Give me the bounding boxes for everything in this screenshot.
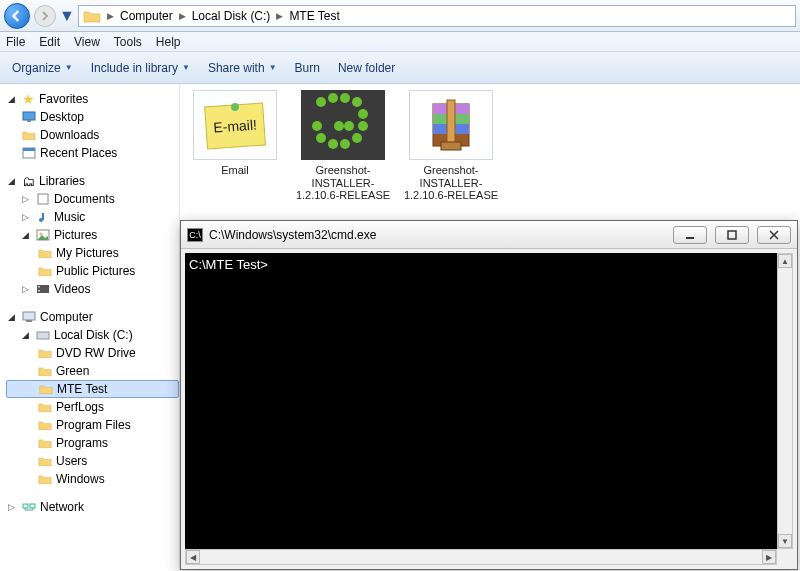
folder-icon	[38, 265, 52, 277]
include-in-library-button[interactable]: Include in library▼	[91, 61, 190, 75]
share-with-button[interactable]: Share with▼	[208, 61, 277, 75]
navigation-pane: ◢★Favorites Desktop Downloads Recent Pla…	[0, 84, 180, 571]
menu-view[interactable]: View	[74, 35, 100, 49]
sidebar-item-pictures[interactable]: ◢Pictures	[6, 226, 179, 244]
favorites-header[interactable]: ◢★Favorites	[6, 90, 179, 108]
svg-rect-39	[686, 237, 694, 239]
folder-icon	[83, 8, 101, 24]
computer-header[interactable]: ◢Computer	[6, 308, 179, 326]
sidebar-item-public-pictures[interactable]: Public Pictures	[6, 262, 179, 280]
sidebar-item-folder[interactable]: Programs	[6, 434, 179, 452]
svg-rect-40	[728, 231, 736, 239]
burn-button[interactable]: Burn	[295, 61, 320, 75]
svg-rect-16	[30, 504, 35, 508]
svg-rect-37	[447, 100, 455, 146]
greenshot-thumb	[301, 90, 385, 160]
new-folder-button[interactable]: New folder	[338, 61, 395, 75]
svg-rect-12	[23, 312, 35, 320]
recent-icon	[22, 147, 36, 159]
sidebar-item-folder-selected[interactable]: MTE Test	[6, 380, 179, 398]
svg-rect-4	[38, 194, 48, 204]
sidebar-item-downloads[interactable]: Downloads	[6, 126, 179, 144]
svg-point-20	[316, 97, 326, 107]
organize-button[interactable]: Organize▼	[12, 61, 73, 75]
menu-edit[interactable]: Edit	[39, 35, 60, 49]
svg-point-31	[344, 121, 354, 131]
libraries-header[interactable]: ◢🗂Libraries	[6, 172, 179, 190]
folder-icon	[38, 455, 52, 467]
network-icon	[22, 501, 36, 513]
maximize-button[interactable]	[715, 226, 749, 244]
pictures-icon	[36, 229, 50, 241]
cmd-prompt: C:\MTE Test>	[189, 257, 268, 272]
sidebar-item-recent[interactable]: Recent Places	[6, 144, 179, 162]
menu-tools[interactable]: Tools	[114, 35, 142, 49]
computer-icon	[22, 311, 36, 323]
file-item[interactable]: Greenshot-INSTALLER-1.2.10.6-RELEASE	[292, 90, 394, 202]
folder-icon	[38, 247, 52, 259]
scroll-right-button[interactable]: ▶	[762, 550, 776, 564]
menu-help[interactable]: Help	[156, 35, 181, 49]
close-button[interactable]	[757, 226, 791, 244]
folder-icon	[38, 365, 52, 377]
sidebar-item-folder[interactable]: Green	[6, 362, 179, 380]
breadcrumb-segment[interactable]: Local Disk (C:)	[188, 9, 275, 23]
svg-rect-1	[27, 120, 31, 122]
nav-bar: ▼ ▶ Computer ▶ Local Disk (C:) ▶ MTE Tes…	[0, 0, 800, 32]
svg-rect-3	[23, 148, 35, 151]
sidebar-item-my-pictures[interactable]: My Pictures	[6, 244, 179, 262]
sidebar-item-folder[interactable]: DVD RW Drive	[6, 344, 179, 362]
folder-icon	[22, 129, 36, 141]
svg-rect-14	[37, 332, 49, 339]
sidebar-item-folder[interactable]: Users	[6, 452, 179, 470]
scroll-down-button[interactable]: ▼	[778, 534, 792, 548]
sidebar-item-folder[interactable]: Windows	[6, 470, 179, 488]
scroll-left-button[interactable]: ◀	[186, 550, 200, 564]
svg-rect-6	[42, 213, 44, 220]
menu-file[interactable]: File	[6, 35, 25, 49]
cmd-window[interactable]: C:\ C:\Windows\system32\cmd.exe C:\MTE T…	[180, 220, 798, 570]
address-bar[interactable]: ▶ Computer ▶ Local Disk (C:) ▶ MTE Test	[78, 5, 796, 27]
breadcrumb-segment[interactable]: Computer	[116, 9, 177, 23]
sidebar-item-folder[interactable]: PerfLogs	[6, 398, 179, 416]
horizontal-scrollbar[interactable]: ◀ ▶	[185, 549, 777, 565]
sidebar-item-documents[interactable]: ▷Documents	[6, 190, 179, 208]
nav-history-dropdown[interactable]: ▼	[60, 5, 74, 27]
sidebar-item-local-disk[interactable]: ◢Local Disk (C:)	[6, 326, 179, 344]
sidebar-item-folder[interactable]: Program Files	[6, 416, 179, 434]
nav-forward-button[interactable]	[34, 5, 56, 27]
svg-point-21	[328, 93, 338, 103]
email-thumb: E-mail!	[193, 90, 277, 160]
svg-rect-38	[441, 142, 461, 150]
sidebar-item-music[interactable]: ▷Music	[6, 208, 179, 226]
svg-rect-11	[38, 290, 40, 292]
file-item[interactable]: E-mail! Email	[184, 90, 286, 177]
svg-point-22	[340, 93, 350, 103]
svg-point-18	[231, 103, 239, 111]
sidebar-item-videos[interactable]: ▷Videos	[6, 280, 179, 298]
file-name: Greenshot-INSTALLER-1.2.10.6-RELEASE	[292, 164, 394, 202]
menu-bar: File Edit View Tools Help	[0, 32, 800, 52]
svg-point-24	[358, 109, 368, 119]
network-header[interactable]: ▷Network	[6, 498, 179, 516]
disk-icon	[36, 329, 50, 341]
minimize-button[interactable]	[673, 226, 707, 244]
file-item[interactable]: Greenshot-INSTALLER-1.2.10.6-RELEASE	[400, 90, 502, 202]
folder-icon	[38, 419, 52, 431]
svg-rect-13	[26, 320, 32, 322]
cmd-titlebar[interactable]: C:\ C:\Windows\system32\cmd.exe	[181, 221, 797, 249]
svg-point-32	[334, 121, 344, 131]
nav-back-button[interactable]	[4, 3, 30, 29]
vertical-scrollbar[interactable]: ▲ ▼	[777, 253, 793, 549]
scroll-up-button[interactable]: ▲	[778, 254, 792, 268]
videos-icon	[36, 283, 50, 295]
music-icon	[36, 211, 50, 223]
breadcrumb-segment[interactable]: MTE Test	[285, 9, 343, 23]
star-icon: ★	[22, 91, 35, 107]
cmd-terminal[interactable]: C:\MTE Test>	[185, 253, 777, 549]
cmd-title-text: C:\Windows\system32\cmd.exe	[209, 228, 376, 242]
svg-rect-10	[38, 286, 40, 288]
libraries-icon: 🗂	[22, 174, 35, 189]
file-name: Greenshot-INSTALLER-1.2.10.6-RELEASE	[400, 164, 502, 202]
sidebar-item-desktop[interactable]: Desktop	[6, 108, 179, 126]
